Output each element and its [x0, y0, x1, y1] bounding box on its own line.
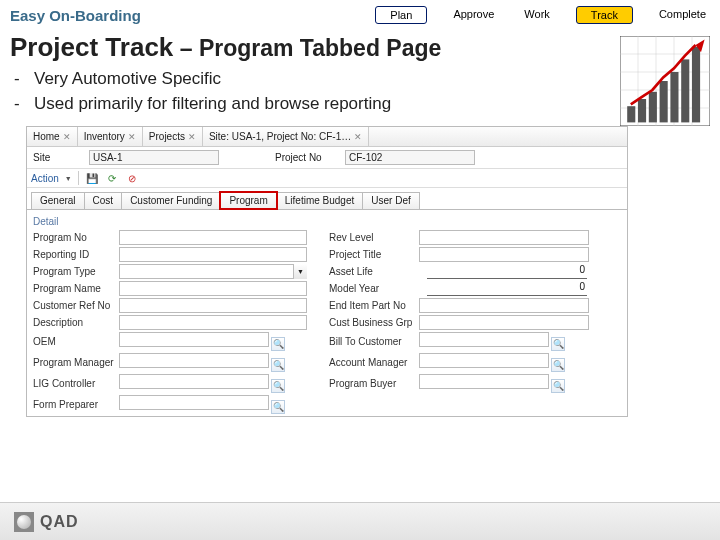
text-input[interactable] [119, 298, 307, 313]
delete-icon[interactable]: ⊘ [125, 171, 139, 185]
text-input[interactable]: 0 [427, 264, 587, 279]
field-input-wrap: 🔍 [119, 374, 307, 393]
stage-pill-row: Plan Approve Work Track Complete [375, 6, 710, 24]
subtab-general[interactable]: General [31, 192, 85, 209]
app-tab-inventory[interactable]: Inventory✕ [78, 127, 143, 146]
text-input[interactable] [419, 332, 549, 347]
stage-approve: Approve [449, 6, 498, 24]
filter-site-label: Site [33, 152, 81, 163]
text-input[interactable] [119, 264, 307, 279]
title-main: Project Track [10, 32, 173, 62]
app-tab-bar: Home✕ Inventory✕ Projects✕ Site: USA-1, … [27, 127, 627, 147]
field-input-wrap: 🔍 [119, 353, 307, 372]
stage-plan[interactable]: Plan [375, 6, 427, 24]
subtab-user-def[interactable]: User Def [362, 192, 419, 209]
field-label: Cust Business Grp [329, 317, 419, 328]
field-input-wrap [119, 281, 307, 296]
field-label: Rev Level [329, 232, 419, 243]
subtab-cost[interactable]: Cost [84, 192, 123, 209]
field-label: Program Type [33, 266, 119, 277]
lookup-icon[interactable]: 🔍 [271, 379, 285, 393]
field-input-wrap: 🔍 [419, 332, 589, 351]
toolbar: Action▼ 💾 ⟳ ⊘ [27, 169, 627, 188]
text-input[interactable] [419, 247, 589, 262]
close-icon[interactable]: ✕ [188, 132, 196, 142]
tab-label: Inventory [84, 131, 125, 142]
text-input[interactable] [119, 353, 269, 368]
qad-logo-icon [14, 512, 34, 532]
text-input[interactable] [119, 374, 269, 389]
field-label: Bill To Customer [329, 336, 419, 347]
close-icon[interactable]: ✕ [354, 132, 362, 142]
lookup-icon[interactable]: 🔍 [551, 337, 565, 351]
tab-label: Projects [149, 131, 185, 142]
field-input-wrap: ▼ [119, 264, 307, 279]
app-tab-projects[interactable]: Projects✕ [143, 127, 203, 146]
field-input-wrap [419, 247, 589, 262]
text-input[interactable] [419, 230, 589, 245]
text-input[interactable] [119, 395, 269, 410]
filter-proj-value[interactable]: CF-102 [345, 150, 475, 165]
stage-track[interactable]: Track [576, 6, 633, 24]
text-input[interactable] [119, 315, 307, 330]
stage-work: Work [520, 6, 553, 24]
refresh-icon[interactable]: ⟳ [105, 171, 119, 185]
bullet-item: Very Automotive Specific [34, 67, 710, 92]
app-tab-home[interactable]: Home✕ [27, 127, 78, 146]
field-label: Program Buyer [329, 378, 419, 389]
text-input[interactable] [419, 374, 549, 389]
text-input[interactable] [419, 353, 549, 368]
text-input[interactable] [119, 281, 307, 296]
tab-label: Home [33, 131, 60, 142]
field-input-wrap [119, 247, 307, 262]
save-icon[interactable]: 💾 [85, 171, 99, 185]
tab-label: Site: USA-1, Project No: CF-1… [209, 131, 351, 142]
field-label: Program No [33, 232, 119, 243]
field-label: Asset Life [329, 266, 419, 277]
subtab-bar: General Cost Customer Funding Program Li… [27, 188, 627, 210]
field-input-wrap [119, 315, 307, 330]
text-input[interactable] [119, 247, 307, 262]
footer: QAD [0, 502, 720, 540]
page-title: Project Track – Program Tabbed Page [10, 32, 441, 63]
subtab-customer-funding[interactable]: Customer Funding [121, 192, 221, 209]
field-label: Model Year [329, 283, 419, 294]
field-input-wrap: 0 [419, 264, 589, 279]
lookup-icon[interactable]: 🔍 [271, 400, 285, 414]
app-tab-current[interactable]: Site: USA-1, Project No: CF-1…✕ [203, 127, 369, 146]
field-label: LIG Controller [33, 378, 119, 389]
text-input[interactable] [419, 298, 589, 313]
bullet-item: Used primarily for filtering and browse … [34, 92, 710, 117]
lookup-icon[interactable]: 🔍 [271, 337, 285, 351]
form-area: Detail Program NoRev LevelReporting IDPr… [27, 210, 627, 416]
text-input[interactable] [119, 332, 269, 347]
close-icon[interactable]: ✕ [128, 132, 136, 142]
app-screenshot: Home✕ Inventory✕ Projects✕ Site: USA-1, … [26, 126, 628, 417]
qad-logo-text: QAD [40, 513, 79, 531]
stage-complete: Complete [655, 6, 710, 24]
text-input[interactable] [419, 315, 589, 330]
field-input-wrap: 🔍 [119, 395, 307, 414]
filter-row: Site USA-1 Project No CF-102 [27, 147, 627, 169]
action-menu[interactable]: Action [31, 173, 59, 184]
filter-site-value[interactable]: USA-1 [89, 150, 219, 165]
lookup-icon[interactable]: 🔍 [551, 358, 565, 372]
text-input[interactable]: 0 [427, 281, 587, 296]
field-label: Program Name [33, 283, 119, 294]
lookup-icon[interactable]: 🔍 [271, 358, 285, 372]
field-label: Reporting ID [33, 249, 119, 260]
text-input[interactable] [119, 230, 307, 245]
subtab-program[interactable]: Program [220, 192, 276, 209]
chevron-down-icon: ▼ [65, 175, 72, 182]
subtab-lifetime-budget[interactable]: Lifetime Budget [276, 192, 364, 209]
field-input-wrap: 🔍 [419, 353, 589, 372]
chevron-down-icon[interactable]: ▼ [293, 264, 307, 279]
field-label: Form Preparer [33, 399, 119, 410]
close-icon[interactable]: ✕ [63, 132, 71, 142]
lookup-icon[interactable]: 🔍 [551, 379, 565, 393]
field-label: Program Manager [33, 357, 119, 368]
field-label: OEM [33, 336, 119, 347]
field-label: Account Manager [329, 357, 419, 368]
field-label: Customer Ref No [33, 300, 119, 311]
field-input-wrap [419, 230, 589, 245]
